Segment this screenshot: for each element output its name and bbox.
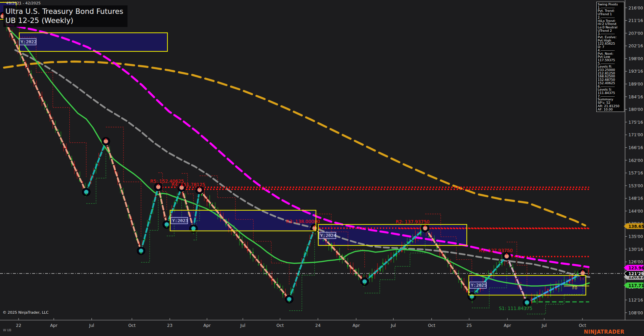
- x-tick-label: 24: [315, 323, 321, 328]
- candle-up: [58, 130, 59, 130]
- panel-line: Levels R:: [598, 65, 624, 68]
- green-ma-tag-text: 117.71719: [628, 283, 644, 288]
- y-tick-label: 157'16: [628, 170, 643, 175]
- y-tick-label: 135'00: [628, 234, 643, 239]
- panel-line: Pvt. Evolve:: [598, 35, 624, 39]
- pivot-tick: [425, 225, 426, 227]
- panel-line: AF: 10.00: [598, 108, 624, 111]
- x-tick-label: Oct: [428, 323, 435, 328]
- chart-title-line2: UB 12-25 (Weekly): [5, 16, 123, 25]
- resistance-label-R2: R2: 137.93750: [396, 219, 430, 224]
- panel-line: 111.84375: [598, 91, 624, 95]
- candle-down: [518, 285, 519, 286]
- panel-line: 6.------------: [598, 85, 624, 88]
- y-tick-label: 144'00: [628, 209, 643, 214]
- pivot-tick: [314, 225, 315, 227]
- panel-line: HiLo Trend:: [598, 19, 624, 23]
- panel-line: 233.25000: [598, 68, 624, 72]
- y-tick-label: 207'00: [628, 31, 643, 36]
- pivot-tick: [166, 226, 167, 227]
- candle-up: [382, 263, 383, 264]
- year-box-label: Y:2024: [320, 233, 336, 238]
- x-tick-label: Apr: [504, 323, 511, 328]
- pivot-tick: [472, 298, 473, 299]
- symbol-watermark: W UB: [3, 329, 12, 332]
- panel-line: Swing Pivots: [598, 3, 624, 6]
- panel-line: Summary: [598, 98, 624, 101]
- panel-line: 5.------------: [598, 62, 624, 65]
- x-tick-label: Apr: [203, 323, 211, 328]
- candle-up: [344, 258, 345, 259]
- support-label-S1: S1: 111.84375: [499, 306, 532, 311]
- panel-line: 122.65625: [598, 42, 624, 45]
- panel-line: 1.------------: [598, 6, 624, 9]
- panel-line: 117.59375: [598, 58, 624, 62]
- resistance-label-R3: R3: 138.00000: [286, 219, 320, 224]
- candle-up: [388, 264, 389, 264]
- candle-up: [212, 203, 213, 204]
- swing-pivots-panel: Swing Pivots1.------------Pvt. Trend:UTr…: [596, 2, 624, 112]
- candle-up: [499, 262, 500, 263]
- y-tick-label: 202'16: [628, 43, 643, 48]
- price-chart-canvas[interactable]: Y:2022Y:2023Y:2024Y:2025F0R5: 152.40625R…: [0, 0, 644, 336]
- panel-line: 4.------------: [598, 49, 624, 52]
- x-tick-label: Jul: [89, 323, 94, 328]
- x-tick-label: Jul: [240, 323, 245, 328]
- candle-up: [252, 252, 253, 253]
- pivot-tick: [158, 184, 159, 186]
- year-box-label: Y:2022: [21, 39, 37, 44]
- candle-up: [542, 296, 543, 297]
- candle-up: [428, 236, 429, 237]
- pivot-tick: [106, 138, 107, 140]
- ninjatrader-logo: NINJATRADER: [584, 329, 624, 335]
- ninjatrader-chart-window: Y:2022Y:2023Y:2024Y:2025F0R5: 152.40625R…: [0, 0, 644, 336]
- y-tick-label: 148'16: [628, 196, 643, 201]
- panel-line: 212.81250: [598, 72, 624, 75]
- pivot-tick: [289, 301, 290, 302]
- candle-up: [258, 265, 259, 265]
- x-tick-label: Jul: [390, 323, 396, 328]
- pivot-tick: [86, 193, 87, 195]
- candle-up: [277, 282, 278, 283]
- candle-up: [233, 235, 234, 236]
- candle-up: [347, 265, 348, 267]
- y-tick-label: 166'16: [628, 145, 643, 150]
- magenta-ma-tag-text: 123.96563: [628, 266, 644, 270]
- resistance-label-R4: R4: 151.78125: [171, 182, 205, 187]
- y-tick-label: 108'00: [628, 310, 643, 315]
- x-tick-label: Jul: [541, 323, 547, 328]
- pivot-tick: [506, 253, 507, 255]
- x-tick-label: Oct: [128, 323, 136, 328]
- date-range-label: 49/2021 - 42/2025: [6, 1, 41, 5]
- chart-title: Ultra U.S. Treasury Bond Futures UB 12-2…: [3, 5, 128, 27]
- x-tick-label: Apr: [50, 323, 58, 328]
- y-tick-label: 193'16: [628, 69, 643, 74]
- y-tick-label: 211'16: [628, 18, 643, 23]
- candle-up: [564, 280, 565, 281]
- candle-up: [369, 274, 370, 276]
- pivot-tick: [582, 270, 583, 272]
- panel-line: 7.------------: [598, 95, 624, 98]
- panel-line: D: 7: [598, 45, 624, 49]
- year-box-fill: [19, 33, 167, 51]
- panel-line: Pvt Low: [598, 55, 624, 58]
- panel-line: SP's: 52: [598, 101, 624, 104]
- last-price-tag-text: 121'29: [628, 271, 644, 276]
- y-tick-label: 153'00: [628, 183, 643, 188]
- resistance-label-R1: R1: 127.93750: [479, 248, 513, 253]
- candle-up: [453, 272, 454, 273]
- year-box-label: Y:2023: [172, 218, 188, 223]
- pivot-tick: [141, 252, 142, 254]
- panel-line: Hi:2 UTrend: [598, 22, 624, 26]
- chart-title-line1: Ultra U.S. Treasury Bond Futures: [5, 7, 123, 16]
- year-box-label: Y:2025: [471, 283, 487, 288]
- candle-up: [323, 240, 324, 241]
- pivot-tick: [364, 283, 365, 285]
- y-tick-label: 130'16: [628, 247, 643, 252]
- panel-line: 152.68750: [598, 78, 624, 81]
- candle-down: [588, 271, 589, 271]
- candle-up: [493, 274, 494, 274]
- panel-line: Pvt. Trend:: [598, 9, 624, 13]
- panel-line: AR: 21.81250: [598, 104, 624, 108]
- candle-down: [539, 293, 540, 294]
